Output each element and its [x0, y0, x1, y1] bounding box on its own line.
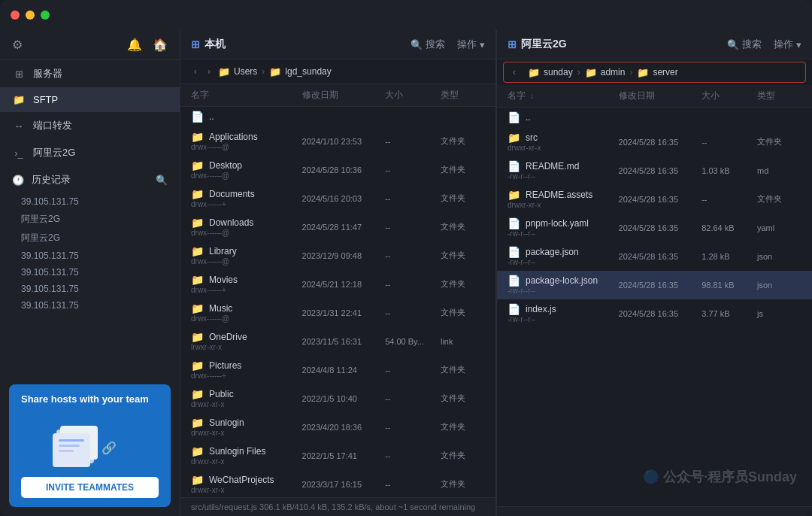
left-search-label: 搜索 — [426, 38, 445, 51]
file-type: 文件夹 — [441, 221, 485, 232]
table-row[interactable]: 📄package-lock.json -rw-r--r-- 2024/5/28 … — [497, 271, 812, 299]
folder-icon: 📁 — [191, 417, 204, 429]
file-date: 2024/4/8 11:24 — [302, 366, 386, 375]
table-row[interactable]: 📄.. — [497, 108, 812, 128]
table-row[interactable]: 📄README.md -rw-r--r-- 2024/5/28 16:35 1.… — [497, 156, 812, 185]
table-row[interactable]: 📁Documents drwx------+ 2024/5/16 20:03 -… — [180, 184, 495, 213]
table-row[interactable]: 📁Sunlogin Files drwxr-xr-x 2022/1/5 17:4… — [180, 442, 495, 470]
right-bc-admin[interactable]: 📁 admin — [585, 67, 626, 78]
table-row[interactable]: 📁README.assets drwxr-xr-x 2024/5/28 16:3… — [497, 185, 812, 214]
bell-icon[interactable]: 🔔 — [127, 38, 142, 52]
right-panel-actions: 🔍 搜索 操作 ▾ — [727, 38, 801, 51]
table-row[interactable]: 📁Pictures drwx------+ 2024/4/8 11:24 -- … — [180, 356, 495, 384]
file-type: js — [757, 309, 801, 318]
table-row[interactable]: 📄index.js -rw-r--r-- 2024/5/28 16:35 3.7… — [497, 299, 812, 328]
left-col-type: 类型 — [441, 89, 485, 102]
history-search-icon[interactable]: 🔍 — [156, 175, 168, 186]
file-name-col: 📁Music drwx------@ — [191, 302, 302, 323]
file-name-col: 📁README.assets drwxr-xr-x — [508, 189, 619, 209]
maximize-button[interactable] — [41, 11, 50, 20]
history-item[interactable]: 39.105.131.75 — [0, 247, 180, 264]
file-type: md — [757, 166, 801, 175]
table-row[interactable]: 📁Sunlogin drwxr-xr-x 2023/4/20 18:36 -- … — [180, 413, 495, 442]
history-item[interactable]: 阿里云2G — [0, 210, 180, 229]
table-row[interactable]: 📁WeChatProjects drwxr-xr-x 2023/3/17 16:… — [180, 470, 495, 497]
right-file-list: 📄.. 📁src drwxr-xr-x 2024/5/28 16:35 -- 文… — [497, 108, 812, 506]
table-row[interactable]: 📁Music drwx------@ 2023/1/31 22:41 -- 文件… — [180, 299, 495, 327]
file-name-col: 📁Applications drwx------@ — [191, 131, 302, 151]
table-row[interactable]: 📁OneDrive lrwxr-xr-x 2023/11/5 16:31 54.… — [180, 327, 495, 356]
sidebar-item-server[interactable]: ⊞ 服务器 — [0, 60, 180, 87]
close-button[interactable] — [11, 11, 20, 20]
file-type: 文件夹 — [441, 278, 485, 290]
file-type: 文件夹 — [757, 193, 801, 205]
history-icon: 🕐 — [12, 175, 24, 186]
left-panel-header: ⊞ 本机 🔍 搜索 操作 ▾ — [180, 30, 495, 59]
table-row[interactable]: 📄package.json -rw-r--r-- 2024/5/28 16:35… — [497, 242, 812, 271]
left-actions-label: 操作 — [457, 38, 477, 51]
left-panel-actions-btn[interactable]: 操作 ▾ — [457, 38, 485, 51]
right-bc-sunday[interactable]: 📁 sunday — [528, 67, 573, 78]
table-row[interactable]: 📁Public drwxr-xr-x 2022/1/5 10:40 -- 文件夹 — [180, 384, 495, 413]
table-row[interactable]: 📁Downloads drwx------@ 2024/5/28 11:47 -… — [180, 213, 495, 241]
table-row[interactable]: 📁Library drwx------@ 2023/12/9 09:48 -- … — [180, 241, 495, 270]
right-actions-icon: ▾ — [796, 39, 801, 50]
sidebar-history-header[interactable]: 🕐 历史记录 🔍 — [0, 166, 180, 193]
table-row[interactable]: 📁Movies drwx------+ 2024/5/21 12:18 -- 文… — [180, 270, 495, 299]
history-item[interactable]: 39.105.131.75 — [0, 264, 180, 281]
left-bc-back[interactable]: ‹ — [191, 65, 200, 78]
file-icon: 📄 — [508, 217, 520, 229]
file-name: package-lock.json — [526, 275, 598, 286]
table-row[interactable]: 📁Desktop drwx------@ 2024/5/28 10:36 -- … — [180, 156, 495, 184]
file-size: -- — [385, 137, 441, 146]
file-perms: -rw-r--r-- — [508, 315, 619, 323]
left-bc-users[interactable]: 📁 Users — [218, 66, 257, 77]
file-name-col: 📄package.json -rw-r--r-- — [508, 246, 619, 266]
file-name: pnpm-lock.yaml — [526, 218, 589, 229]
file-type: json — [757, 252, 801, 261]
right-panel-actions-btn[interactable]: 操作 ▾ — [774, 38, 801, 51]
history-item[interactable]: 39.105.131.75 — [0, 193, 180, 210]
file-date: 2023/11/5 16:31 — [302, 337, 386, 346]
left-status-text: src/utils/request.js 306.1 kB/410.4 kB, … — [191, 502, 475, 511]
table-row[interactable]: 📄.. — [180, 107, 495, 127]
file-name: src — [526, 132, 538, 143]
right-panel-search-btn[interactable]: 🔍 搜索 — [727, 38, 762, 51]
file-name-col: 📁src drwxr-xr-x — [508, 132, 619, 152]
home-icon[interactable]: 🏠 — [153, 38, 168, 52]
history-item[interactable]: 阿里云2G — [0, 229, 180, 247]
history-item[interactable]: 39.105.131.75 — [0, 297, 180, 314]
file-type: json — [757, 281, 801, 290]
file-type: 文件夹 — [441, 421, 485, 433]
left-col-name: 名字 — [191, 89, 302, 102]
left-bc-forward[interactable]: › — [205, 65, 214, 78]
file-size: -- — [701, 195, 757, 204]
right-bc-server-label: server — [653, 67, 677, 77]
file-size: 3.77 kB — [701, 309, 757, 318]
right-bc-back[interactable]: ‹ — [510, 65, 519, 79]
right-bc-server[interactable]: 📁 server — [637, 67, 677, 78]
sidebar: ⚙ 🔔 🏠 ⊞ 服务器 📁 SFTP ↔ 端口转发 ›_ 阿里云2G 🕐 历史记 — [0, 30, 180, 516]
table-row[interactable]: 📄pnpm-lock.yaml -rw-r--r-- 2024/5/28 16:… — [497, 214, 812, 242]
table-row[interactable]: 📁src drwxr-xr-x 2024/5/28 16:35 -- 文件夹 — [497, 128, 812, 156]
sidebar-item-port-forward[interactable]: ↔ 端口转发 — [0, 112, 180, 139]
file-perms: drwx------+ — [191, 372, 302, 380]
invite-teammates-button[interactable]: INVITE TEAMMATES — [21, 477, 159, 498]
minimize-button[interactable] — [26, 11, 35, 20]
sidebar-item-sftp[interactable]: 📁 SFTP — [0, 87, 180, 112]
sidebar-item-aliyun-label: 阿里云2G — [33, 146, 75, 159]
sidebar-item-aliyun[interactable]: ›_ 阿里云2G — [0, 139, 180, 166]
table-row[interactable]: 📁Applications drwx------@ 2024/1/10 23:5… — [180, 127, 495, 156]
left-bc-lgd-sunday[interactable]: 📁 lgd_sunday — [269, 66, 331, 77]
file-date: 2024/5/16 20:03 — [302, 194, 386, 203]
file-name: index.js — [526, 304, 556, 314]
left-panel-search-btn[interactable]: 🔍 搜索 — [411, 38, 445, 51]
sidebar-top-icons: 🔔 🏠 — [127, 38, 168, 52]
history-item[interactable]: 39.105.131.75 — [0, 281, 180, 297]
settings-icon[interactable]: ⚙ — [12, 38, 23, 52]
file-name-col: 📄.. — [191, 111, 302, 123]
folder-icon: 📁 — [191, 274, 204, 286]
file-date: 2024/5/28 16:35 — [619, 166, 702, 175]
server-folder-icon: 📁 — [637, 67, 649, 78]
file-type: 文件夹 — [441, 364, 485, 375]
